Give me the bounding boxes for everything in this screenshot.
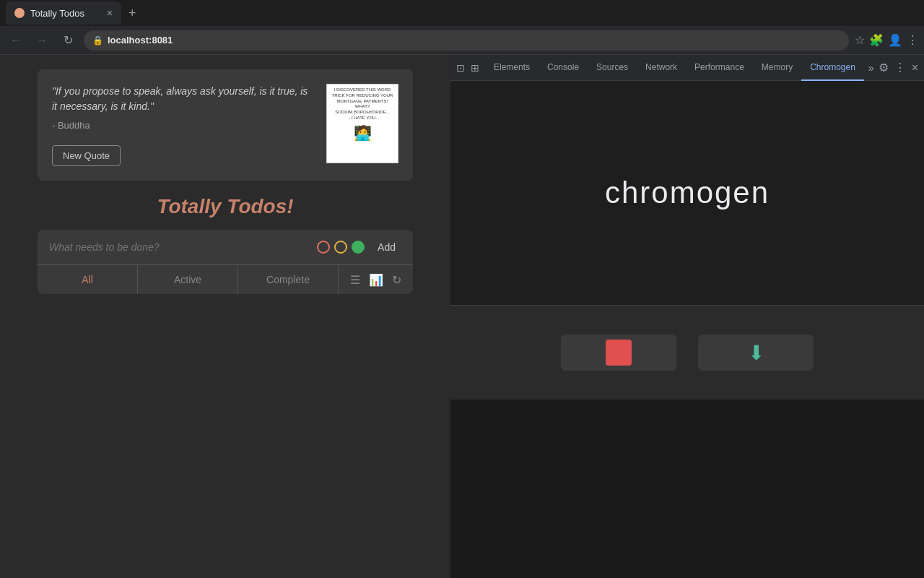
quote-author: - Buddha bbox=[52, 120, 315, 131]
priority-medium-circle[interactable] bbox=[334, 241, 347, 254]
back-icon: ← bbox=[10, 34, 22, 47]
chart-icon[interactable]: 📊 bbox=[369, 273, 383, 287]
quote-content: "If you propose to speak, always ask you… bbox=[52, 84, 315, 166]
refresh-button[interactable]: ↻ bbox=[58, 30, 78, 51]
devtools-tab-chromogen[interactable]: Chromogen bbox=[801, 55, 864, 81]
quote-comic: I DISCOVERED THIS WORD TRICK FOR REDUCIN… bbox=[326, 84, 398, 163]
devtools-content: chromogen ⬇ bbox=[450, 81, 924, 578]
lock-icon: 🔒 bbox=[92, 35, 103, 46]
comic-figure: 🧑‍💻 bbox=[354, 124, 372, 142]
devtools-options-icon[interactable]: ⋮ bbox=[894, 61, 906, 74]
refresh-icon: ↻ bbox=[64, 33, 73, 47]
devtools-more-tabs[interactable]: » bbox=[864, 62, 879, 74]
address-text: localhost:8081 bbox=[108, 35, 173, 46]
devtools-close-icon[interactable]: × bbox=[912, 61, 918, 74]
filter-row: All Active Complete ☰ 📊 ↻ bbox=[38, 265, 413, 294]
comic-text: I DISCOVERED THIS WORD TRICK FOR REDUCIN… bbox=[332, 87, 393, 121]
browser-chrome: Totally Todos × + ← → ↻ 🔒 localhost:8081… bbox=[0, 0, 924, 55]
tab-title: Totally Todos bbox=[30, 8, 84, 19]
extension-icon[interactable]: 🧩 bbox=[869, 33, 884, 47]
chromogen-download-button[interactable]: ⬇ bbox=[698, 335, 814, 371]
devtools-tab-elements[interactable]: Elements bbox=[485, 55, 539, 81]
webpage-area: "If you propose to speak, always ask you… bbox=[0, 55, 450, 578]
profile-icon[interactable]: 👤 bbox=[888, 33, 902, 47]
devtools-dock-icon[interactable]: ⊡ bbox=[456, 62, 471, 74]
priority-low-circle[interactable] bbox=[317, 241, 330, 254]
todo-input[interactable] bbox=[49, 241, 310, 253]
address-bar[interactable]: 🔒 localhost:8081 bbox=[84, 30, 849, 51]
filter-icons-group: ☰ 📊 ↻ bbox=[339, 273, 413, 287]
devtools-tab-memory[interactable]: Memory bbox=[753, 55, 801, 81]
devtools-tabs: ⊡ ⊞ Elements Console Sources Network Per… bbox=[450, 55, 924, 81]
download-icon: ⬇ bbox=[748, 341, 764, 365]
priority-high-circle[interactable] bbox=[352, 241, 365, 254]
record-icon bbox=[606, 340, 632, 366]
refresh-todos-icon[interactable]: ↻ bbox=[392, 273, 401, 287]
devtools-settings-icon[interactable]: ⚙ bbox=[879, 61, 889, 74]
todos-section: Totally Todos! Add All bbox=[38, 195, 413, 294]
tab-bar: Totally Todos × + bbox=[0, 0, 924, 26]
devtools-bottom-area bbox=[450, 400, 924, 578]
forward-button[interactable]: → bbox=[32, 30, 52, 51]
devtools-undock-icon[interactable]: ⊞ bbox=[471, 62, 485, 74]
chromogen-title-area: chromogen bbox=[450, 81, 924, 305]
devtools-buttons-area: ⬇ bbox=[450, 306, 924, 400]
browser-toolbar-right: ☆ 🧩 👤 ⋮ bbox=[855, 33, 918, 47]
new-tab-button[interactable]: + bbox=[124, 6, 141, 21]
devtools-tab-console[interactable]: Console bbox=[539, 55, 588, 81]
todo-input-row: Add bbox=[38, 230, 413, 265]
add-todo-button[interactable]: Add bbox=[372, 238, 401, 256]
todos-card: Add All Active Complete ☰ 📊 bbox=[38, 230, 413, 294]
todos-title: Totally Todos! bbox=[38, 195, 413, 218]
sort-icon[interactable]: ☰ bbox=[350, 273, 360, 287]
quote-text: "If you propose to speak, always ask you… bbox=[52, 84, 315, 114]
devtools-toolbar-right: ⚙ ⋮ × bbox=[879, 61, 918, 74]
filter-active-tab[interactable]: Active bbox=[138, 265, 238, 294]
main-layout: "If you propose to speak, always ask you… bbox=[0, 55, 924, 578]
devtools-tab-sources[interactable]: Sources bbox=[588, 55, 637, 81]
new-quote-button[interactable]: New Quote bbox=[52, 145, 121, 166]
tab-close-button[interactable]: × bbox=[107, 7, 113, 19]
filter-all-tab[interactable]: All bbox=[38, 265, 138, 294]
back-button[interactable]: ← bbox=[6, 30, 26, 51]
devtools-tab-performance[interactable]: Performance bbox=[686, 55, 753, 81]
chromogen-record-button[interactable] bbox=[561, 335, 676, 371]
filter-complete-tab[interactable]: Complete bbox=[238, 265, 339, 294]
devtools-tab-network[interactable]: Network bbox=[637, 55, 686, 81]
quote-card: "If you propose to speak, always ask you… bbox=[38, 69, 413, 181]
chromogen-title: chromogen bbox=[605, 176, 770, 210]
comic-inner: I DISCOVERED THIS WORD TRICK FOR REDUCIN… bbox=[327, 85, 398, 163]
forward-icon: → bbox=[36, 34, 48, 47]
address-bar-row: ← → ↻ 🔒 localhost:8081 ☆ 🧩 👤 ⋮ bbox=[0, 26, 924, 55]
bookmark-icon[interactable]: ☆ bbox=[855, 33, 865, 47]
menu-icon[interactable]: ⋮ bbox=[907, 33, 918, 47]
priority-circles bbox=[317, 241, 365, 254]
devtools-panel: ⊡ ⊞ Elements Console Sources Network Per… bbox=[450, 55, 924, 578]
tab-favicon bbox=[14, 8, 25, 18]
browser-tab-active[interactable]: Totally Todos × bbox=[6, 1, 121, 25]
